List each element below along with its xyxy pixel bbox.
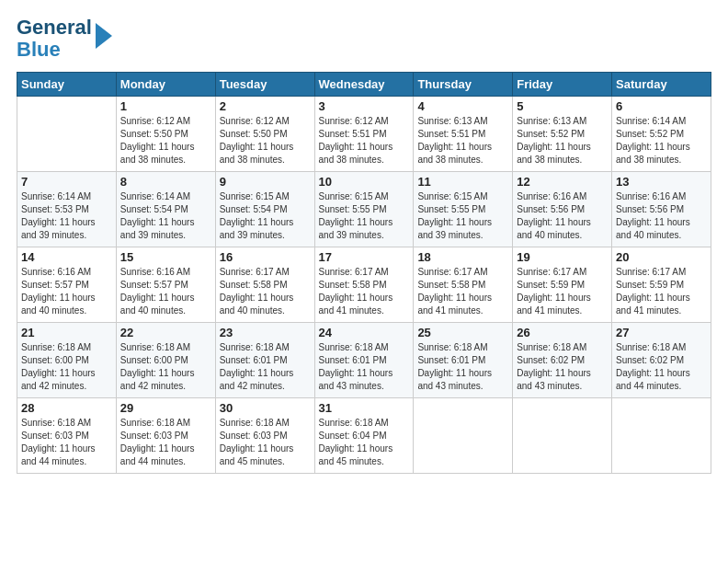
day-info: Sunrise: 6:18 AM Sunset: 6:03 PM Dayligh… <box>120 417 211 468</box>
day-info: Sunrise: 6:17 AM Sunset: 5:58 PM Dayligh… <box>417 266 508 317</box>
day-info: Sunrise: 6:12 AM Sunset: 5:50 PM Dayligh… <box>220 115 311 167</box>
calendar-cell: 30Sunrise: 6:18 AM Sunset: 6:03 PM Dayli… <box>215 398 314 474</box>
day-number: 4 <box>417 99 508 113</box>
weekday-header-friday: Friday <box>513 73 612 97</box>
week-row-2: 7Sunrise: 6:14 AM Sunset: 5:53 PM Daylig… <box>17 172 711 247</box>
day-number: 28 <box>21 401 112 415</box>
calendar-cell: 5Sunrise: 6:13 AM Sunset: 5:52 PM Daylig… <box>513 97 612 172</box>
day-info: Sunrise: 6:12 AM Sunset: 5:51 PM Dayligh… <box>319 115 410 167</box>
day-number: 22 <box>120 326 211 339</box>
day-info: Sunrise: 6:17 AM Sunset: 5:59 PM Dayligh… <box>517 266 608 317</box>
weekday-header-wednesday: Wednesday <box>314 73 414 97</box>
calendar-cell: 3Sunrise: 6:12 AM Sunset: 5:51 PM Daylig… <box>314 97 414 172</box>
day-info: Sunrise: 6:12 AM Sunset: 5:50 PM Dayligh… <box>120 115 211 167</box>
day-number: 7 <box>21 175 112 189</box>
calendar-cell: 11Sunrise: 6:15 AM Sunset: 5:55 PM Dayli… <box>414 172 513 247</box>
calendar-cell: 7Sunrise: 6:14 AM Sunset: 5:53 PM Daylig… <box>17 172 117 247</box>
header: GeneralBlue <box>17 17 711 61</box>
calendar-cell: 16Sunrise: 6:17 AM Sunset: 5:58 PM Dayli… <box>215 247 314 323</box>
day-number: 27 <box>616 326 707 339</box>
calendar-cell: 19Sunrise: 6:17 AM Sunset: 5:59 PM Dayli… <box>513 247 612 323</box>
calendar-cell: 28Sunrise: 6:18 AM Sunset: 6:03 PM Dayli… <box>17 398 117 474</box>
day-info: Sunrise: 6:18 AM Sunset: 6:04 PM Dayligh… <box>319 417 410 468</box>
day-number: 3 <box>319 99 410 113</box>
day-number: 23 <box>220 326 311 339</box>
day-number: 24 <box>319 326 410 339</box>
day-info: Sunrise: 6:17 AM Sunset: 5:58 PM Dayligh… <box>220 266 311 317</box>
day-info: Sunrise: 6:16 AM Sunset: 5:56 PM Dayligh… <box>517 190 608 242</box>
day-info: Sunrise: 6:16 AM Sunset: 5:56 PM Dayligh… <box>616 190 707 242</box>
day-info: Sunrise: 6:17 AM Sunset: 5:59 PM Dayligh… <box>616 266 707 317</box>
calendar-cell: 17Sunrise: 6:17 AM Sunset: 5:58 PM Dayli… <box>314 247 414 323</box>
calendar-cell: 27Sunrise: 6:18 AM Sunset: 6:02 PM Dayli… <box>612 323 711 398</box>
day-info: Sunrise: 6:18 AM Sunset: 6:02 PM Dayligh… <box>517 341 608 393</box>
day-number: 21 <box>21 326 112 339</box>
day-number: 1 <box>120 99 211 113</box>
day-number: 16 <box>220 250 311 264</box>
day-info: Sunrise: 6:16 AM Sunset: 5:57 PM Dayligh… <box>120 266 211 317</box>
week-row-1: 1Sunrise: 6:12 AM Sunset: 5:50 PM Daylig… <box>17 97 711 172</box>
day-number: 2 <box>220 99 311 113</box>
weekday-header-row: SundayMondayTuesdayWednesdayThursdayFrid… <box>17 73 711 97</box>
calendar-cell: 22Sunrise: 6:18 AM Sunset: 6:00 PM Dayli… <box>116 323 215 398</box>
day-number: 5 <box>517 99 608 113</box>
day-number: 14 <box>21 250 112 264</box>
calendar-cell: 2Sunrise: 6:12 AM Sunset: 5:50 PM Daylig… <box>215 97 314 172</box>
day-info: Sunrise: 6:15 AM Sunset: 5:55 PM Dayligh… <box>319 190 410 242</box>
week-row-3: 14Sunrise: 6:16 AM Sunset: 5:57 PM Dayli… <box>17 247 711 323</box>
day-number: 26 <box>517 326 608 339</box>
day-number: 20 <box>616 250 707 264</box>
day-info: Sunrise: 6:18 AM Sunset: 6:01 PM Dayligh… <box>220 341 311 393</box>
calendar-cell: 6Sunrise: 6:14 AM Sunset: 5:52 PM Daylig… <box>612 97 711 172</box>
calendar-cell: 23Sunrise: 6:18 AM Sunset: 6:01 PM Dayli… <box>215 323 314 398</box>
day-info: Sunrise: 6:13 AM Sunset: 5:52 PM Dayligh… <box>517 115 608 167</box>
calendar-cell: 21Sunrise: 6:18 AM Sunset: 6:00 PM Dayli… <box>17 323 117 398</box>
day-info: Sunrise: 6:18 AM Sunset: 6:01 PM Dayligh… <box>417 341 508 393</box>
day-info: Sunrise: 6:18 AM Sunset: 6:00 PM Dayligh… <box>21 341 112 393</box>
logo-arrow-icon <box>96 23 112 49</box>
day-number: 31 <box>319 401 410 415</box>
calendar-cell: 10Sunrise: 6:15 AM Sunset: 5:55 PM Dayli… <box>314 172 414 247</box>
weekday-header-saturday: Saturday <box>612 73 711 97</box>
day-info: Sunrise: 6:15 AM Sunset: 5:54 PM Dayligh… <box>220 190 311 242</box>
calendar-cell: 15Sunrise: 6:16 AM Sunset: 5:57 PM Dayli… <box>116 247 215 323</box>
calendar-cell <box>414 398 513 474</box>
calendar-cell: 14Sunrise: 6:16 AM Sunset: 5:57 PM Dayli… <box>17 247 117 323</box>
calendar-cell: 31Sunrise: 6:18 AM Sunset: 6:04 PM Dayli… <box>314 398 414 474</box>
calendar-cell: 13Sunrise: 6:16 AM Sunset: 5:56 PM Dayli… <box>612 172 711 247</box>
calendar-cell <box>17 97 117 172</box>
day-info: Sunrise: 6:17 AM Sunset: 5:58 PM Dayligh… <box>319 266 410 317</box>
weekday-header-monday: Monday <box>116 73 215 97</box>
calendar-table: SundayMondayTuesdayWednesdayThursdayFrid… <box>17 72 711 474</box>
day-info: Sunrise: 6:18 AM Sunset: 6:01 PM Dayligh… <box>319 341 410 393</box>
day-number: 25 <box>417 326 508 339</box>
day-number: 9 <box>220 175 311 189</box>
weekday-header-sunday: Sunday <box>17 73 117 97</box>
calendar-cell: 29Sunrise: 6:18 AM Sunset: 6:03 PM Dayli… <box>116 398 215 474</box>
day-number: 29 <box>120 401 211 415</box>
calendar-cell: 25Sunrise: 6:18 AM Sunset: 6:01 PM Dayli… <box>414 323 513 398</box>
day-number: 15 <box>120 250 211 264</box>
calendar-cell: 20Sunrise: 6:17 AM Sunset: 5:59 PM Dayli… <box>612 247 711 323</box>
week-row-5: 28Sunrise: 6:18 AM Sunset: 6:03 PM Dayli… <box>17 398 711 474</box>
page-container: GeneralBlue SundayMondayTuesdayWednesday… <box>0 0 728 483</box>
day-info: Sunrise: 6:16 AM Sunset: 5:57 PM Dayligh… <box>21 266 112 317</box>
day-number: 11 <box>417 175 508 189</box>
day-number: 18 <box>417 250 508 264</box>
day-number: 10 <box>319 175 410 189</box>
day-number: 8 <box>120 175 211 189</box>
day-info: Sunrise: 6:14 AM Sunset: 5:53 PM Dayligh… <box>21 190 112 242</box>
logo-text: GeneralBlue <box>17 17 92 61</box>
day-number: 19 <box>517 250 608 264</box>
day-number: 6 <box>616 99 707 113</box>
week-row-4: 21Sunrise: 6:18 AM Sunset: 6:00 PM Dayli… <box>17 323 711 398</box>
calendar-cell: 1Sunrise: 6:12 AM Sunset: 5:50 PM Daylig… <box>116 97 215 172</box>
day-info: Sunrise: 6:18 AM Sunset: 6:03 PM Dayligh… <box>220 417 311 468</box>
day-info: Sunrise: 6:18 AM Sunset: 6:03 PM Dayligh… <box>21 417 112 468</box>
calendar-cell: 26Sunrise: 6:18 AM Sunset: 6:02 PM Dayli… <box>513 323 612 398</box>
weekday-header-tuesday: Tuesday <box>215 73 314 97</box>
day-info: Sunrise: 6:15 AM Sunset: 5:55 PM Dayligh… <box>417 190 508 242</box>
day-number: 12 <box>517 175 608 189</box>
calendar-cell <box>513 398 612 474</box>
calendar-cell: 18Sunrise: 6:17 AM Sunset: 5:58 PM Dayli… <box>414 247 513 323</box>
